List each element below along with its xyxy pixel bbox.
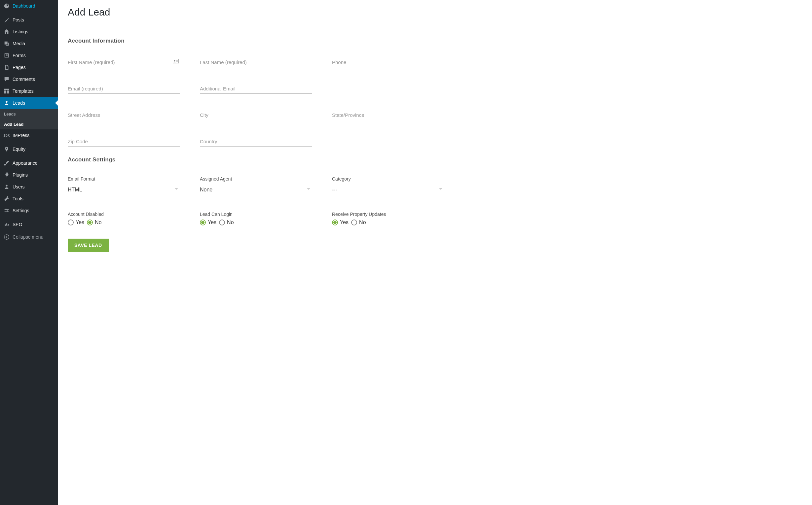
sidebar-item-label: Settings — [13, 208, 29, 213]
main-content: Add Lead Account Information — [58, 0, 812, 505]
users-icon — [3, 183, 10, 190]
svg-point-4 — [174, 60, 176, 61]
receive-updates-no[interactable]: No — [351, 219, 366, 225]
radio-yes-label: Yes — [208, 219, 216, 225]
radio-icon — [332, 219, 338, 225]
sidebar-item-label: Appearance — [13, 160, 38, 166]
svg-rect-5 — [176, 60, 178, 60]
sidebar-item-users[interactable]: Users — [0, 181, 58, 193]
radio-yes-label: Yes — [340, 219, 349, 225]
zip-input[interactable] — [68, 137, 180, 147]
svg-point-0 — [6, 101, 7, 103]
field-first-name — [68, 57, 180, 67]
svg-point-1 — [6, 185, 7, 186]
email-format-value: HTML — [68, 187, 82, 192]
first-name-input[interactable] — [68, 57, 180, 67]
sidebar-item-label: Tools — [13, 196, 23, 201]
section-account-settings: Account Settings — [68, 156, 802, 163]
field-email-format: Email Format HTML — [68, 176, 180, 195]
field-state — [332, 110, 444, 120]
radio-icon — [351, 219, 357, 225]
account-disabled-yes[interactable]: Yes — [68, 219, 84, 225]
user-icon — [3, 100, 10, 106]
sidebar-item-forms[interactable]: Forms — [0, 49, 58, 61]
country-input[interactable] — [200, 137, 312, 147]
field-category: Category --- — [332, 176, 444, 195]
radio-no-label: No — [227, 219, 234, 225]
sidebar-item-label: Comments — [13, 76, 35, 82]
email-format-select[interactable]: HTML — [68, 185, 180, 195]
radio-icon — [87, 219, 93, 225]
lead-can-login-yes[interactable]: Yes — [200, 219, 216, 225]
forms-icon — [3, 52, 10, 59]
collapse-menu-button[interactable]: Collapse menu — [0, 230, 58, 243]
marker-icon — [3, 146, 10, 153]
collapse-icon — [3, 234, 10, 240]
sidebar-item-comments[interactable]: Comments — [0, 73, 58, 85]
idx-icon: IDX — [3, 132, 10, 139]
field-assigned-agent: Assigned Agent None — [200, 176, 312, 195]
lead-can-login-label: Lead Can Login — [200, 211, 312, 217]
field-city — [200, 110, 312, 120]
sidebar-item-label: Dashboard — [13, 3, 35, 9]
pages-icon — [3, 64, 10, 70]
sidebar-item-listings[interactable]: Listings — [0, 26, 58, 38]
sidebar-item-dashboard[interactable]: Dashboard — [0, 0, 58, 12]
sidebar-item-appearance[interactable]: Appearance — [0, 157, 58, 169]
chevron-down-icon — [439, 188, 442, 190]
city-input[interactable] — [200, 110, 312, 120]
email-input[interactable] — [68, 84, 180, 94]
assigned-agent-select[interactable]: None — [200, 185, 312, 195]
sidebar-item-label: Pages — [13, 65, 26, 70]
sidebar-item-pages[interactable]: Pages — [0, 61, 58, 73]
sidebar-item-label: Users — [13, 184, 25, 189]
svg-rect-6 — [176, 61, 178, 61]
category-select[interactable]: --- — [332, 185, 444, 195]
sidebar-subitem-leads-list[interactable]: Leads — [0, 109, 58, 119]
account-disabled-no[interactable]: No — [87, 219, 101, 225]
field-zip — [68, 137, 180, 147]
sidebar-item-label: SEO — [13, 222, 22, 227]
sidebar-item-label: Posts — [13, 17, 24, 22]
field-account-disabled: Account Disabled Yes No — [68, 211, 180, 225]
field-additional-email — [200, 84, 312, 94]
sidebar-item-label: Plugins — [13, 172, 28, 178]
assigned-agent-value: None — [200, 187, 212, 192]
sidebar-item-seo[interactable]: SEO — [0, 218, 58, 230]
sidebar-subitem-add-lead[interactable]: Add Lead — [0, 119, 58, 129]
collapse-label: Collapse menu — [13, 234, 43, 239]
additional-email-input[interactable] — [200, 84, 312, 94]
sidebar-item-posts[interactable]: Posts — [0, 14, 58, 26]
sidebar-item-media[interactable]: Media — [0, 38, 58, 49]
radio-yes-label: Yes — [76, 219, 84, 225]
save-lead-button[interactable]: SAVE LEAD — [68, 238, 109, 252]
phone-input[interactable] — [332, 57, 444, 67]
sidebar-item-equity[interactable]: Equity — [0, 143, 58, 155]
sidebar-item-tools[interactable]: Tools — [0, 193, 58, 205]
sidebar-item-settings[interactable]: Settings — [0, 205, 58, 216]
sidebar-item-label: Forms — [13, 53, 26, 58]
account-info-grid — [68, 57, 444, 147]
street-input[interactable] — [68, 110, 180, 120]
account-disabled-label: Account Disabled — [68, 211, 180, 217]
account-settings-grid: Email Format HTML Assigned Agent None Ca… — [68, 176, 444, 225]
sidebar-item-templates[interactable]: Templates — [0, 85, 58, 97]
wrench-icon — [3, 195, 10, 202]
admin-sidebar: DashboardPostsListingsMediaFormsPagesCom… — [0, 0, 58, 505]
assigned-agent-label: Assigned Agent — [200, 176, 312, 182]
sidebar-item-plugins[interactable]: Plugins — [0, 169, 58, 181]
sidebar-item-leads[interactable]: Leads — [0, 97, 58, 109]
lead-can-login-no[interactable]: No — [219, 219, 234, 225]
state-input[interactable] — [332, 110, 444, 120]
plug-icon — [3, 172, 10, 178]
radio-icon — [219, 219, 225, 225]
category-value: --- — [332, 187, 337, 192]
sidebar-item-impress[interactable]: IDXIMPress — [0, 129, 58, 141]
receive-updates-yes[interactable]: Yes — [332, 219, 349, 225]
sidebar-item-label: Templates — [13, 89, 34, 94]
radio-icon — [68, 219, 74, 225]
templates-icon — [3, 88, 10, 95]
last-name-input[interactable] — [200, 57, 312, 67]
field-country — [200, 137, 312, 147]
field-receive-updates: Receive Property Updates Yes No — [332, 211, 444, 225]
